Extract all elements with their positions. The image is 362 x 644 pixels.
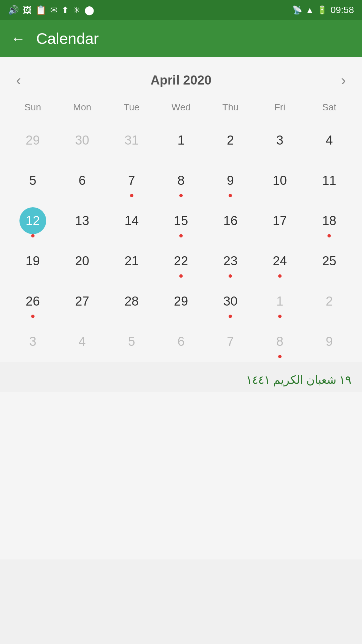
day-number: 26 <box>19 288 46 315</box>
next-month-button[interactable]: › <box>338 69 349 91</box>
calendar-cell[interactable]: 3 <box>255 121 304 161</box>
day-number: 2 <box>217 127 244 154</box>
day-number: 8 <box>266 328 293 355</box>
calendar-cell[interactable]: 13 <box>57 201 107 241</box>
header: ← Calendar <box>0 20 362 57</box>
calendar-cell[interactable]: 7 <box>206 322 255 362</box>
status-bar: 🔊 🖼 📋 ✉ ⬆ ✳ ⬤ 📡 ▲ 🔋 09:58 <box>0 0 362 20</box>
calendar-cell[interactable]: 5 <box>8 161 57 201</box>
calendar-cell[interactable]: 6 <box>57 161 107 201</box>
day-header-fri: Fri <box>255 99 304 115</box>
calendar-cell[interactable]: 15 <box>156 201 205 241</box>
calendar-cell[interactable]: 28 <box>107 282 156 322</box>
battery-icon: 🔋 <box>317 5 327 15</box>
time-display: 09:58 <box>330 5 354 15</box>
day-number: 22 <box>168 248 194 274</box>
calendar-cell[interactable]: 6 <box>156 322 205 362</box>
calendar-cell[interactable]: 10 <box>255 161 304 201</box>
calendar-cell[interactable]: 17 <box>255 201 304 241</box>
day-number: 12 <box>19 207 46 234</box>
cast-icon: 📡 <box>292 5 302 15</box>
calendar-cell[interactable]: 24 <box>255 241 304 282</box>
calendar-cell[interactable]: 8 <box>255 322 304 362</box>
calendar-cell[interactable]: 23 <box>206 241 255 282</box>
calendar-cell[interactable]: 18 <box>305 201 354 241</box>
calendar-cell[interactable]: 12 <box>8 201 57 241</box>
calendar-grid: 2930311234567891011121314151617181920212… <box>5 121 357 362</box>
pinwheel-icon: ✳ <box>73 5 80 15</box>
day-number: 2 <box>316 288 343 315</box>
calendar-cell[interactable]: 4 <box>57 322 107 362</box>
calendar-cell[interactable]: 2 <box>206 121 255 161</box>
day-header-thu: Thu <box>206 99 255 115</box>
day-number: 28 <box>118 288 145 315</box>
day-number: 1 <box>266 288 293 315</box>
calendar-cell[interactable]: 1 <box>255 282 304 322</box>
day-number: 19 <box>19 248 46 274</box>
calendar-cell[interactable]: 7 <box>107 161 156 201</box>
calendar-cell[interactable]: 30 <box>57 121 107 161</box>
day-number: 4 <box>69 328 96 355</box>
calendar-cell[interactable]: 19 <box>8 241 57 282</box>
day-number: 11 <box>316 167 343 194</box>
calendar-cell[interactable]: 8 <box>156 161 205 201</box>
calendar-cell[interactable]: 9 <box>305 322 354 362</box>
day-header-mon: Mon <box>57 99 107 115</box>
day-number: 13 <box>69 207 96 234</box>
day-number: 6 <box>69 167 96 194</box>
month-title: April 2020 <box>150 73 212 88</box>
day-number: 3 <box>19 328 46 355</box>
calendar-cell[interactable]: 29 <box>8 121 57 161</box>
calendar-cell[interactable]: 20 <box>57 241 107 282</box>
page-title: Calendar <box>36 30 99 48</box>
day-header-sat: Sat <box>305 99 354 115</box>
volume-icon: 🔊 <box>8 5 19 15</box>
calendar-cell[interactable]: 30 <box>206 282 255 322</box>
day-number: 29 <box>19 127 46 154</box>
calendar-cell[interactable]: 3 <box>8 322 57 362</box>
back-button[interactable]: ← <box>11 30 25 47</box>
event-dot <box>229 194 232 197</box>
day-header-wed: Wed <box>156 99 205 115</box>
event-dot <box>278 355 282 358</box>
calendar-cell[interactable]: 9 <box>206 161 255 201</box>
calendar-cell[interactable]: 29 <box>156 282 205 322</box>
event-dot <box>327 234 331 237</box>
event-dot <box>179 194 183 197</box>
day-number: 16 <box>217 207 244 234</box>
prev-month-button[interactable]: ‹ <box>13 69 24 91</box>
calendar-cell[interactable]: 21 <box>107 241 156 282</box>
month-navigation: ‹ April 2020 › <box>5 64 357 99</box>
calendar-cell[interactable]: 22 <box>156 241 205 282</box>
image-icon: 🖼 <box>23 5 32 15</box>
status-bar-icons: 🔊 🖼 📋 ✉ ⬆ ✳ ⬤ <box>8 5 94 15</box>
bottom-area <box>0 392 362 559</box>
day-number: 30 <box>69 127 96 154</box>
calendar-cell[interactable]: 11 <box>305 161 354 201</box>
event-dot <box>179 274 183 278</box>
day-number: 4 <box>316 127 343 154</box>
calendar-cell[interactable]: 25 <box>305 241 354 282</box>
day-number: 20 <box>69 248 96 274</box>
event-dot <box>278 315 282 318</box>
day-number: 7 <box>118 167 145 194</box>
day-number: 9 <box>316 328 343 355</box>
calendar-cell[interactable]: 1 <box>156 121 205 161</box>
status-bar-right: 📡 ▲ 🔋 09:58 <box>292 5 354 15</box>
day-number: 6 <box>168 328 194 355</box>
calendar-cell[interactable]: 5 <box>107 322 156 362</box>
calendar-cell[interactable]: 4 <box>305 121 354 161</box>
day-number: 1 <box>168 127 194 154</box>
calendar-cell[interactable]: 14 <box>107 201 156 241</box>
calendar-cell[interactable]: 26 <box>8 282 57 322</box>
day-number: 5 <box>118 328 145 355</box>
wifi-icon: ▲ <box>306 5 314 15</box>
calendar-cell[interactable]: 31 <box>107 121 156 161</box>
calendar-cell[interactable]: 2 <box>305 282 354 322</box>
day-number: 10 <box>266 167 293 194</box>
calendar-container: ‹ April 2020 › Sun Mon Tue Wed Thu Fri S… <box>0 57 362 362</box>
calendar-cell[interactable]: 27 <box>57 282 107 322</box>
day-number: 14 <box>118 207 145 234</box>
calendar-cell[interactable]: 16 <box>206 201 255 241</box>
day-number: 27 <box>69 288 96 315</box>
